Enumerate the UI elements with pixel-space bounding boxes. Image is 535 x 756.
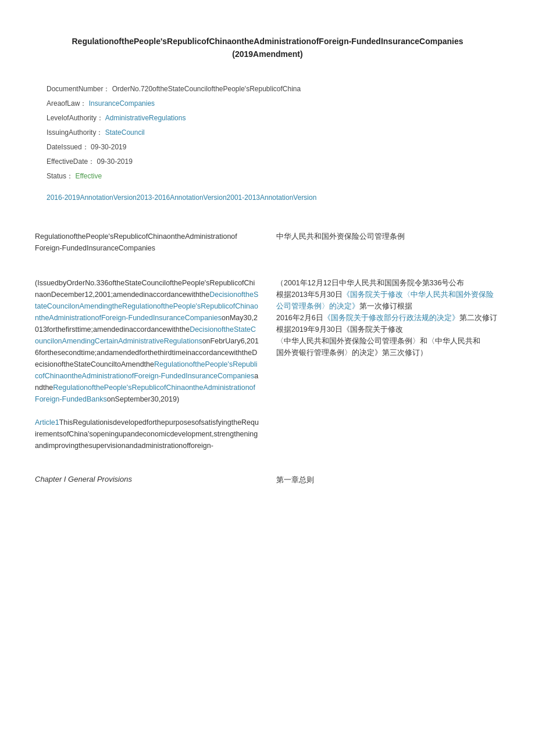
metadata-section: DocumentNumber： OrderNo.720oftheStateCou… [35,84,500,181]
article1-cn [276,417,500,452]
annotation-link-2[interactable]: 2013-2016AnnotationVersion [137,194,227,202]
annotation-link-3[interactable]: 2001-2013AnnotationVersion [227,194,317,202]
effective-date-label: EffectiveDate： [47,157,95,166]
date-issued-value: 09-30-2019 [91,143,126,151]
status-row: Status： Effective [47,171,500,181]
level-link[interactable]: AdministrativeRegulations [105,114,186,122]
issuing-label: IssuingAuthority： [47,128,103,137]
status-value: Effective [75,172,102,180]
article1-link[interactable]: Article1 [35,418,59,427]
doc-title-cn: 中华人民共和国外资保险公司管理条例 [276,231,500,254]
document-number-value: OrderNo.720oftheStateCouncilofthePeople'… [112,85,301,93]
doc-title-en-line1: RegulationofthePeople'sRepublicofChinaon… [35,231,259,242]
article1-section: Article1ThisRegulationisdevelopedforthep… [35,417,500,452]
title-line2: (2019Amendment) [35,48,500,60]
area-of-law-link[interactable]: InsuranceCompanies [89,99,155,108]
annotation-links: 2016-2019AnnotationVersion2013-2016Annot… [35,193,500,202]
doc-title-en-line2: Foreign-FundedInsuranceCompanies [35,242,259,254]
date-issued-label: DateIssued： [47,143,89,151]
main-title: RegulationofthePeople'sRepublicofChinaon… [35,35,500,61]
effective-date-value: 09-30-2019 [97,157,133,166]
document-number-row: DocumentNumber： OrderNo.720oftheStateCou… [47,84,500,94]
doc-title-en: RegulationofthePeople'sRepublicofChinaon… [35,231,259,254]
annotation-link-1[interactable]: 2016-2019AnnotationVersion [47,194,137,202]
chapter-heading: Chapter I General Provisions 第一章总则 [35,469,500,485]
intro-en-part5: onSeptember30,2019) [107,395,179,403]
chapter-cn: 第一章总则 [276,475,500,485]
article1-text: ThisRegulationisdevelopedforthepurposeso… [35,418,259,450]
area-of-law-row: AreaofLaw： InsuranceCompanies [47,99,500,109]
intro-cn: （2001年12月12日中华人民共和国国务院令第336号公布根据2013年5月3… [276,277,500,405]
document-number-label: DocumentNumber： [47,85,110,93]
level-label: LevelofAuthority： [47,114,104,122]
intro-en: (IssuedbyOrderNo.336oftheStateCounciloft… [35,277,259,405]
chapter-en: Chapter I General Provisions [35,475,259,485]
article1-en: Article1ThisRegulationisdevelopedforthep… [35,417,259,452]
intro-section: (IssuedbyOrderNo.336oftheStateCounciloft… [35,277,500,405]
effective-date-row: EffectiveDate： 09-30-2019 [47,157,500,167]
issuing-link[interactable]: StateCouncil [105,128,145,137]
doc-title-section: RegulationofthePeople'sRepublicofChinaon… [35,231,500,254]
title-line1: RegulationofthePeople'sRepublicofChinaon… [35,35,500,48]
cn-intro-link2[interactable]: 《国务院关于修改部分行政法规的决定》 [323,314,459,322]
issuing-row: IssuingAuthority： StateCouncil [47,128,500,138]
status-label: Status： [47,172,73,180]
area-of-law-label: AreaofLaw： [47,99,87,108]
level-row: LevelofAuthority： AdministrativeRegulati… [47,113,500,123]
date-issued-row: DateIssued： 09-30-2019 [47,142,500,152]
